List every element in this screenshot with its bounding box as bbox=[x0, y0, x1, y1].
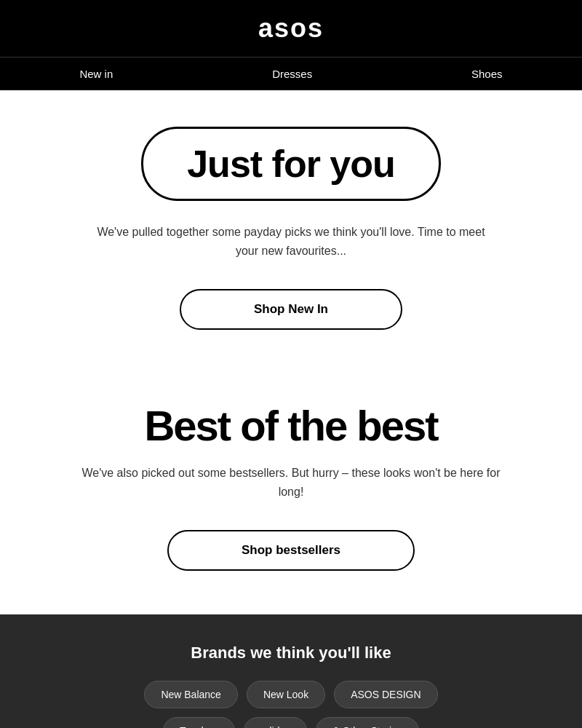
hero-badge-text: Just for you bbox=[187, 143, 395, 185]
brand-pill-new-look[interactable]: New Look bbox=[247, 681, 325, 708]
brand-pill-new-balance[interactable]: New Balance bbox=[144, 681, 238, 708]
asos-logo: asos bbox=[258, 13, 324, 44]
brands-title: Brands we think you'll like bbox=[44, 644, 538, 662]
shop-bestsellers-button[interactable]: Shop bestsellers bbox=[167, 530, 415, 571]
header: asos New in Dresses Shoes bbox=[0, 0, 582, 90]
hero-section: Just for you We've pulled together some … bbox=[0, 90, 582, 373]
nav-item-new-in[interactable]: New in bbox=[50, 58, 142, 90]
brands-row-1: New Balance New Look ASOS DESIGN bbox=[44, 681, 538, 708]
nav-item-dresses[interactable]: Dresses bbox=[243, 58, 341, 90]
nav-item-shoes[interactable]: Shoes bbox=[442, 58, 532, 90]
brand-pill-topshop[interactable]: Topshop bbox=[163, 717, 235, 728]
best-description: We've also picked out some bestsellers. … bbox=[80, 464, 502, 501]
brands-section: Brands we think you'll like New Balance … bbox=[0, 614, 582, 728]
navigation: New in Dresses Shoes bbox=[0, 57, 582, 90]
best-section: Best of the best We've also picked out s… bbox=[0, 373, 582, 614]
brands-row-2: Topshop adidas & Other Stories bbox=[44, 717, 538, 728]
brand-pill-other-stories[interactable]: & Other Stories bbox=[316, 717, 419, 728]
email-container: asos New in Dresses Shoes Just for you W… bbox=[0, 0, 582, 728]
brand-pill-asos-design[interactable]: ASOS DESIGN bbox=[334, 681, 437, 708]
hero-description: We've pulled together some payday picks … bbox=[87, 223, 495, 260]
hero-badge: Just for you bbox=[141, 127, 441, 201]
best-title: Best of the best bbox=[58, 403, 524, 449]
brand-pill-adidas[interactable]: adidas bbox=[244, 717, 307, 728]
shop-new-in-button[interactable]: Shop New In bbox=[180, 289, 402, 330]
